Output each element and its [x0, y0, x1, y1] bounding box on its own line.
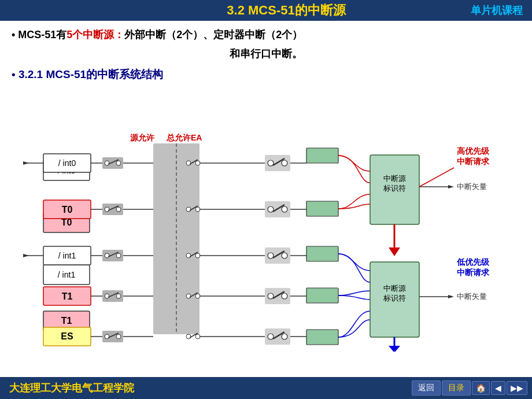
svg-point-75 [282, 334, 287, 339]
diagram-svg: 源允许 总允许EA / int0 T0 / int1 T1 / int0 [12, 86, 520, 352]
svg-marker-78 [23, 161, 29, 165]
svg-point-67 [282, 253, 287, 258]
svg-point-32 [116, 253, 121, 258]
svg-text:源允许: 源允许 [130, 133, 155, 142]
svg-point-23 [105, 161, 109, 165]
svg-point-71 [282, 293, 287, 299]
svg-point-59 [282, 160, 287, 166]
back-button[interactable]: 返回 [412, 380, 441, 396]
intro-text: • MCS-51有5个中断源：外部中断（2个）、定时器中断（2个） [12, 27, 520, 43]
svg-marker-126 [389, 346, 400, 352]
svg-text:低优先级: 低优先级 [456, 257, 490, 267]
svg-point-58 [268, 160, 274, 166]
svg-marker-128 [448, 185, 454, 189]
svg-point-66 [268, 253, 274, 258]
svg-point-62 [268, 206, 274, 212]
svg-point-24 [116, 161, 121, 165]
svg-text:T0: T0 [62, 205, 73, 215]
svg-point-63 [282, 206, 287, 212]
svg-rect-102 [306, 148, 338, 163]
svg-text:总允许EA: 总允许EA [166, 133, 202, 142]
svg-point-49 [195, 253, 200, 258]
section-title: • 3.2.1 MCS-51的中断系统结构 [12, 67, 520, 82]
svg-point-42 [186, 161, 191, 165]
next-button[interactable]: ▶▶ [507, 381, 527, 395]
svg-text:标识符: 标识符 [383, 294, 406, 302]
intro-text-2: 和串行口中断。 [12, 46, 520, 62]
diagram: 源允许 总允许EA / int0 T0 / int1 T1 / int0 [12, 86, 520, 352]
svg-rect-106 [306, 330, 338, 345]
svg-text:/ int1: / int1 [58, 270, 76, 279]
svg-text:中断矢量: 中断矢量 [457, 292, 487, 301]
svg-point-74 [268, 334, 274, 339]
svg-text:中断请求: 中断请求 [457, 268, 490, 277]
svg-text:中断源: 中断源 [383, 174, 406, 183]
svg-rect-105 [306, 288, 338, 303]
svg-text:ES: ES [61, 331, 73, 341]
svg-point-35 [105, 294, 109, 298]
svg-point-48 [186, 253, 191, 258]
svg-text:中断矢量: 中断矢量 [457, 182, 487, 191]
svg-line-135 [419, 168, 454, 187]
svg-text:/ int0: / int0 [58, 158, 76, 168]
svg-text:高优先级: 高优先级 [457, 146, 490, 156]
svg-marker-121 [389, 247, 400, 256]
svg-point-46 [195, 207, 200, 212]
svg-point-70 [268, 293, 274, 299]
footer-school: 大连理工大学电气工程学院 [0, 381, 412, 395]
svg-rect-104 [306, 246, 338, 261]
svg-point-51 [186, 294, 191, 298]
svg-text:T1: T1 [62, 291, 73, 301]
content-area: • MCS-51有5个中断源：外部中断（2个）、定时器中断（2个） 和串行口中断… [0, 21, 532, 352]
svg-marker-89 [23, 254, 29, 257]
svg-rect-103 [306, 201, 338, 216]
svg-text:T1: T1 [61, 316, 72, 326]
svg-text:标识符: 标识符 [383, 184, 406, 193]
svg-point-45 [186, 207, 191, 212]
home-button[interactable]: 🏠 [472, 381, 490, 395]
svg-point-52 [195, 294, 200, 298]
svg-text:/ int1: / int1 [58, 251, 76, 260]
svg-point-43 [195, 161, 200, 165]
svg-point-27 [105, 207, 109, 212]
svg-point-28 [116, 207, 121, 212]
svg-point-55 [195, 334, 200, 339]
svg-point-36 [116, 294, 121, 298]
footer-nav[interactable]: 返回 目录 🏠 ◀ ▶▶ [412, 380, 532, 396]
prev-button[interactable]: ◀ [491, 381, 505, 395]
svg-marker-131 [448, 295, 454, 298]
menu-button[interactable]: 目录 [442, 380, 471, 396]
header: 3.2 MCS-51的中断源 单片机课程 [0, 0, 532, 21]
footer: 大连理工大学电气工程学院 返回 目录 🏠 ◀ ▶▶ [0, 377, 532, 399]
header-title: 3.2 MCS-51的中断源 [102, 2, 471, 19]
svg-point-40 [116, 334, 121, 339]
svg-point-31 [105, 253, 109, 258]
svg-text:中断请求: 中断请求 [457, 157, 490, 166]
svg-point-54 [186, 334, 191, 339]
header-course: 单片机课程 [471, 3, 523, 17]
svg-point-39 [105, 334, 109, 339]
svg-text:中断源: 中断源 [383, 284, 406, 293]
